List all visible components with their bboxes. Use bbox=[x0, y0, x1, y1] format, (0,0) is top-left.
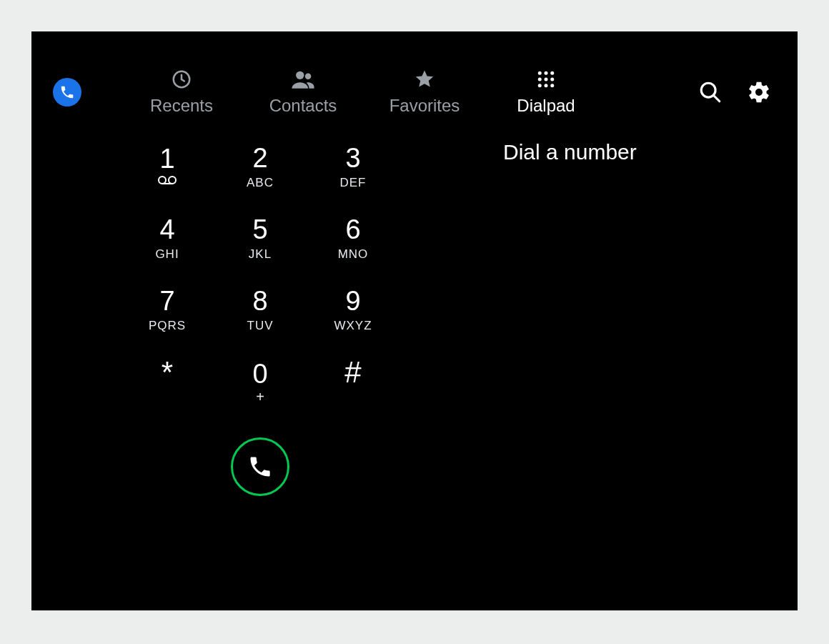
dial-placeholder: Dial a number bbox=[503, 140, 798, 164]
header-actions bbox=[698, 79, 772, 105]
tab-recents[interactable]: Recents bbox=[121, 69, 242, 116]
digit: 2 bbox=[252, 144, 267, 172]
phone-app-icon bbox=[53, 78, 81, 106]
settings-button[interactable] bbox=[746, 79, 772, 105]
digit: 1 bbox=[159, 145, 174, 172]
header: Recents Contacts bbox=[31, 31, 798, 132]
phone-icon bbox=[59, 84, 75, 100]
svg-point-14 bbox=[159, 177, 166, 184]
letters: MNO bbox=[338, 247, 369, 262]
digit: 6 bbox=[345, 216, 360, 243]
key-4[interactable]: 4 GHI bbox=[121, 203, 214, 274]
search-icon bbox=[698, 80, 723, 104]
digit: 3 bbox=[345, 144, 360, 172]
tab-label: Dialpad bbox=[517, 96, 575, 116]
dialpad-grid-icon bbox=[535, 69, 557, 90]
key-5[interactable]: 5 JKL bbox=[214, 203, 307, 274]
tab-favorites[interactable]: Favorites bbox=[364, 69, 485, 116]
key-star[interactable]: * bbox=[121, 346, 214, 417]
call-button[interactable] bbox=[231, 437, 289, 496]
nav-tabs: Recents Contacts bbox=[121, 69, 607, 116]
tab-label: Contacts bbox=[269, 96, 337, 116]
digit: # bbox=[344, 357, 361, 387]
key-8[interactable]: 8 TUV bbox=[214, 274, 307, 346]
digit: 4 bbox=[159, 216, 174, 243]
voicemail-icon bbox=[158, 175, 177, 189]
svg-point-2 bbox=[305, 74, 312, 80]
svg-point-9 bbox=[538, 84, 542, 87]
dialpad: 1 2 ABC 3 DEF 4 GHI 5 JKL bbox=[96, 132, 425, 503]
letters: TUV bbox=[247, 319, 274, 333]
phone-icon bbox=[247, 454, 273, 480]
digit: * bbox=[162, 357, 173, 387]
digit: 7 bbox=[159, 287, 174, 314]
people-icon bbox=[291, 69, 315, 90]
digit: 9 bbox=[345, 287, 360, 314]
search-button[interactable] bbox=[698, 79, 723, 105]
svg-point-4 bbox=[545, 71, 548, 75]
svg-point-15 bbox=[169, 177, 176, 184]
tab-label: Recents bbox=[150, 96, 213, 116]
svg-point-7 bbox=[545, 78, 548, 81]
number-display-pane: Dial a number bbox=[425, 132, 798, 503]
svg-point-6 bbox=[538, 78, 542, 81]
key-9[interactable]: 9 WXYZ bbox=[307, 274, 399, 346]
svg-point-10 bbox=[545, 84, 548, 87]
letters: + bbox=[256, 389, 264, 403]
letters: GHI bbox=[155, 247, 179, 262]
svg-point-5 bbox=[550, 71, 554, 75]
letters: ABC bbox=[247, 176, 274, 190]
letters: PQRS bbox=[149, 319, 186, 333]
clock-icon bbox=[171, 69, 192, 90]
digit: 0 bbox=[252, 360, 267, 387]
key-hash[interactable]: # bbox=[307, 346, 399, 417]
key-2[interactable]: 2 ABC bbox=[214, 132, 307, 203]
digit: 8 bbox=[252, 287, 267, 314]
main-body: 1 2 ABC 3 DEF 4 GHI 5 JKL bbox=[31, 132, 798, 503]
digit: 5 bbox=[252, 216, 267, 243]
key-1[interactable]: 1 bbox=[121, 132, 214, 203]
letters: JKL bbox=[249, 247, 272, 262]
svg-point-8 bbox=[550, 78, 554, 81]
tab-label: Favorites bbox=[389, 96, 460, 116]
svg-point-3 bbox=[538, 71, 542, 75]
letters: WXYZ bbox=[334, 319, 372, 333]
key-6[interactable]: 6 MNO bbox=[307, 203, 399, 274]
key-3[interactable]: 3 DEF bbox=[307, 132, 399, 203]
svg-point-11 bbox=[550, 84, 554, 87]
svg-line-13 bbox=[713, 95, 720, 101]
phone-app-screen: Recents Contacts bbox=[31, 31, 798, 610]
key-7[interactable]: 7 PQRS bbox=[121, 274, 214, 346]
gear-icon bbox=[747, 80, 771, 104]
tab-contacts[interactable]: Contacts bbox=[242, 69, 364, 116]
star-icon bbox=[414, 69, 435, 90]
key-0[interactable]: 0 + bbox=[214, 346, 307, 417]
svg-point-1 bbox=[296, 71, 304, 79]
letters: DEF bbox=[340, 176, 367, 190]
tab-dialpad[interactable]: Dialpad bbox=[485, 69, 607, 116]
